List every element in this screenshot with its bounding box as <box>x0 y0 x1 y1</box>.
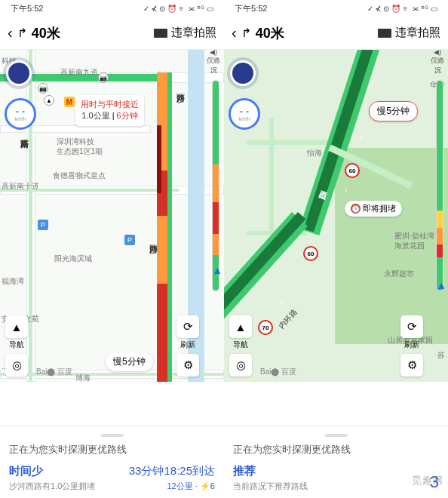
sheet-handle[interactable] <box>325 434 348 437</box>
traffic-mode-label[interactable]: ◀)仅路况 <box>429 50 446 75</box>
poi-label: 怡海 <box>307 148 322 158</box>
route-tag: 时间少 <box>9 464 95 478</box>
sheet-status: 正在为您实时探测更优路线 <box>233 443 439 456</box>
map-canvas-right[interactable]: › › › › › - - km/h 慢5分钟 🕒 即将拥堵 60 60 70 … <box>224 50 448 382</box>
clock-icon: 🕒 <box>351 204 361 214</box>
violation-label: 违章拍照 <box>171 26 216 40</box>
baidu-logo: Bai⬤ 百度 <box>260 367 296 377</box>
mcdonalds-icon: M <box>64 97 75 107</box>
status-bar: 下午5:52 ✓ ⊀ ⊙ ⏰ ᯤ ⫘ ⁵ᴳ ▭ <box>224 0 448 17</box>
route-info-bubble: 用时与平时接近 1.0公里 | 6分钟 <box>75 95 144 126</box>
status-time: 下午5:52 <box>235 3 267 14</box>
right-screenshot: 下午5:52 ✓ ⊀ ⊙ ⏰ ᯤ ⫘ ⁵ᴳ ▭ ‹ ↱ 40米 违章拍照 <box>224 0 448 498</box>
road-label: 高新南十道 <box>2 181 39 192</box>
left-screenshot: 下午5:52 ✓ ⊀ ⊙ ⏰ ᯤ ⫘ ⁵ᴳ ▭ ‹ ↱ 40米 违章拍照 <box>0 0 224 498</box>
poi-label: 福海湾 <box>2 276 24 287</box>
locate-button[interactable]: ◎ <box>229 354 253 378</box>
baidu-logo: Bai⬤ 百度 <box>36 367 72 377</box>
poi-label: 深圳湾科技生态园1区1期 <box>57 137 103 156</box>
refresh-button[interactable]: ⟳刷新 <box>400 315 424 350</box>
poi-label: 永辉超市 <box>384 269 414 279</box>
camera-marker-icon: 📷 <box>98 72 109 83</box>
sheet-status: 正在为您实时探测更优路线 <box>9 443 215 456</box>
camera-icon <box>154 29 167 38</box>
refresh-button[interactable]: ⟳刷新 <box>176 315 200 350</box>
slow-badge: 慢5分钟 <box>369 101 418 121</box>
traffic-overview-bar <box>212 80 219 291</box>
violation-label: 违章拍照 <box>395 26 440 40</box>
turn-icon: ↱ <box>17 26 27 40</box>
status-icons: ✓ ⊀ ⊙ ⏰ ᯤ ⫘ ⁵ᴳ ▭ <box>143 5 213 13</box>
route-detail: 当前路况下推荐路线 <box>233 481 308 492</box>
slow-badge: 慢5分钟 <box>106 352 153 371</box>
poi-label: 阳光海滨城 <box>54 254 92 264</box>
nav-distance: 40米 <box>256 24 284 42</box>
nav-avatar-icon[interactable] <box>6 60 32 86</box>
locate-button[interactable]: ◎ <box>5 354 29 378</box>
status-time: 下午5:52 <box>11 3 43 14</box>
sheet-handle[interactable] <box>101 434 124 437</box>
speed-limit-icon: 70 <box>258 320 273 335</box>
turn-icon: ↱ <box>241 26 251 40</box>
camera-icon <box>378 29 391 38</box>
parking-icon: P <box>38 220 48 230</box>
nav-avatar-icon[interactable] <box>230 60 256 86</box>
position-marker-icon: ▲ <box>212 264 222 276</box>
poi-label: 博海 <box>75 373 91 382</box>
settings-button[interactable]: ⚙ <box>176 354 200 378</box>
speed-limit-icon: 60 <box>345 163 360 178</box>
nav-header: ‹ ↱ 40米 违章拍照 <box>224 17 448 50</box>
traffic-overview-bar <box>436 80 443 291</box>
parking-icon: P <box>124 235 135 245</box>
traffic-mode-label[interactable]: ◀)仅路况 <box>205 50 222 75</box>
bottom-sheet-left[interactable]: 正在为您实时探测更优路线 时间少 沙河西路有1.0公里拥堵 33分钟18:25到… <box>0 426 224 498</box>
eta-text: 33分钟18:25到达 <box>129 464 215 478</box>
camera-marker-icon: 📷 <box>38 83 48 94</box>
status-icons: ✓ ⊀ ⊙ ⏰ ᯤ ⫘ ⁵ᴳ ▭ <box>367 5 437 13</box>
position-marker-icon: ▲ <box>436 279 446 291</box>
watermark: 觅趣网 <box>412 474 443 487</box>
nav-mode-button[interactable]: ▲导航 <box>229 315 253 350</box>
route-meta: 12公里 · ⚡6 <box>129 481 215 492</box>
speed-indicator: - - km/h <box>5 98 36 130</box>
back-arrow-icon[interactable]: ‹ <box>8 24 13 42</box>
route-detail: 沙河西路有1.0公里拥堵 <box>9 481 95 492</box>
speed-indicator: - - km/h <box>229 98 260 130</box>
map-canvas-left[interactable]: 📷 📷 ▲ M - - km/h 用时与平时接近 1.0公里 | 6分钟 科技 … <box>0 50 224 382</box>
nav-mode-button[interactable]: ▲导航 <box>5 315 29 350</box>
back-arrow-icon[interactable]: ‹ <box>232 24 237 42</box>
poi-label: 食德喜物式皇点 <box>53 171 106 181</box>
nav-distance: 40米 <box>32 24 60 42</box>
status-bar: 下午5:52 ✓ ⊀ ⊙ ⏰ ᯤ ⫘ ⁵ᴳ ▭ <box>0 0 224 17</box>
speed-limit-icon: 60 <box>303 246 318 261</box>
poi-label: 苏 <box>437 350 445 361</box>
congestion-badge: 🕒 即将拥堵 <box>345 201 402 217</box>
route-tag: 推荐 <box>233 464 308 478</box>
poi-label: 蜜圳·碧桂湾海景花园 <box>394 231 434 251</box>
nav-header: ‹ ↱ 40米 违章拍照 <box>0 17 224 50</box>
settings-button[interactable]: ⚙ <box>400 354 424 378</box>
road-label: 高新南九道 <box>60 67 98 78</box>
direction-marker-icon: ▲ <box>44 95 54 106</box>
